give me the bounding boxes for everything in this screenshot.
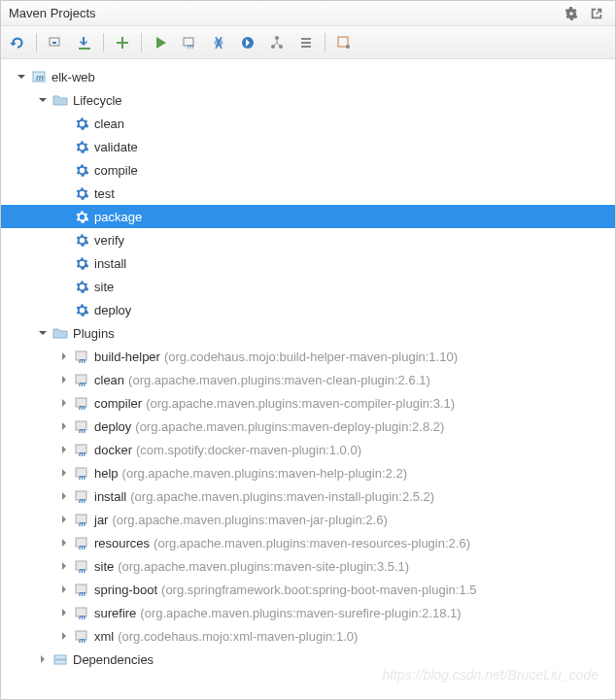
goal-label: install [94,256,126,271]
plugin-icon: m [73,487,90,505]
plugins-node[interactable]: Plugins [1,321,615,345]
plugin-label: deploy [94,419,131,434]
plugin-label: xml [94,629,114,644]
chevron-right-icon[interactable] [57,536,71,550]
plugin-build-helper[interactable]: mbuild-helper(org.codehaus.mojo:build-he… [1,345,615,368]
plugin-detail: (org.apache.maven.plugins:maven-clean-pl… [128,373,430,387]
chevron-right-icon[interactable] [57,629,71,643]
dependencies-label: Dependencies [73,652,154,667]
chevron-right-icon[interactable] [57,350,71,363]
module-icon: m [30,68,48,85]
offline-icon[interactable] [237,32,258,53]
lifecycle-goal-package[interactable]: package [1,205,615,228]
plugin-site[interactable]: msite(org.apache.maven.plugins:maven-sit… [1,554,615,578]
svg-text:m: m [79,589,86,597]
plugin-icon: m [73,557,90,575]
chevron-down-icon[interactable] [36,326,50,340]
gear-icon [73,184,90,202]
project-tree[interactable]: melk-webLifecyclecleanvalidatecompiletes… [1,59,615,699]
plugin-icon: m [73,627,90,645]
project-label: elk-web [51,70,95,84]
lifecycle-node[interactable]: Lifecycle [1,88,615,112]
plugin-label: help [94,466,119,481]
plugin-icon: m [73,534,90,551]
goal-label: test [94,186,115,201]
panel-header: Maven Projects [1,1,615,26]
plugin-detail: (com.spotify:docker-maven-plugin:1.0.0) [136,443,361,457]
plugin-icon: m [73,394,90,412]
plugin-deploy[interactable]: mdeploy(org.apache.maven.plugins:maven-d… [1,415,615,438]
dependency-graph-icon[interactable] [266,32,288,53]
plugin-icon: m [73,441,90,458]
run-config-icon[interactable]: m [179,32,200,53]
svg-text:m: m [36,73,44,83]
plugin-docker[interactable]: mdocker(com.spotify:docker-maven-plugin:… [1,438,615,461]
svg-text:m: m [79,403,86,411]
goal-label: clean [94,117,124,131]
settings-icon[interactable] [561,3,582,24]
lifecycle-goal-validate[interactable]: validate [1,135,615,158]
header-actions [561,3,607,24]
plugin-label: clean [94,373,124,387]
collapse-all-icon[interactable] [295,32,317,53]
svg-text:m: m [79,473,86,481]
chevron-right-icon[interactable] [57,583,71,596]
chevron-right-icon[interactable] [36,652,50,666]
plugin-jar[interactable]: mjar(org.apache.maven.plugins:maven-jar-… [1,508,615,531]
chevron-right-icon[interactable] [57,559,71,573]
folder-icon [51,91,69,109]
lifecycle-goal-clean[interactable]: clean [1,112,615,135]
skip-tests-icon[interactable] [208,32,229,53]
refresh-icon[interactable] [7,32,28,53]
lifecycle-goal-verify[interactable]: verify [1,228,615,251]
lifecycle-goal-test[interactable]: test [1,182,615,205]
chevron-right-icon[interactable] [57,513,71,526]
lifecycle-goal-site[interactable]: site [1,275,615,298]
plugin-spring-boot[interactable]: mspring-boot(org.springframework.boot:sp… [1,578,615,601]
lifecycle-goal-deploy[interactable]: deploy [1,298,615,321]
maven-settings-icon[interactable] [333,32,355,53]
svg-text:m: m [79,426,86,434]
minimize-icon[interactable] [586,3,607,24]
dependencies-node[interactable]: Dependencies [1,648,615,671]
lifecycle-goal-compile[interactable]: compile [1,158,615,182]
add-icon[interactable] [112,32,133,53]
plugin-surefire[interactable]: msurefire(org.apache.maven.plugins:maven… [1,601,615,624]
plugin-label: build-helper [94,350,160,364]
plugin-detail: (org.apache.maven.plugins:maven-install-… [130,489,434,504]
collapse-icon[interactable] [45,32,66,53]
chevron-down-icon[interactable] [15,70,28,83]
plugin-clean[interactable]: mclean(org.apache.maven.plugins:maven-cl… [1,368,615,391]
plugin-icon: m [73,511,90,528]
plugin-label: spring-boot [94,583,157,597]
plugin-xml[interactable]: mxml(org.codehaus.mojo:xml-maven-plugin:… [1,624,615,648]
chevron-right-icon[interactable] [57,606,71,619]
chevron-right-icon[interactable] [57,466,71,480]
toolbar: m [1,26,615,59]
gear-icon [73,138,90,155]
project-node[interactable]: melk-web [1,65,615,88]
plugin-resources[interactable]: mresources(org.apache.maven.plugins:mave… [1,531,615,554]
plugin-icon: m [73,348,90,365]
plugin-detail: (org.apache.maven.plugins:maven-resource… [154,536,470,550]
plugin-help[interactable]: mhelp(org.apache.maven.plugins:maven-hel… [1,461,615,484]
gear-icon [73,301,90,318]
chevron-down-icon[interactable] [36,93,50,107]
plugin-install[interactable]: minstall(org.apache.maven.plugins:maven-… [1,484,615,508]
chevron-right-icon[interactable] [57,419,71,433]
svg-point-4 [275,36,279,40]
plugin-compiler[interactable]: mcompiler(org.apache.maven.plugins:maven… [1,391,615,415]
svg-text:m: m [79,613,86,620]
download-icon[interactable] [74,32,95,53]
plugin-detail: (org.apache.maven.plugins:maven-site-plu… [118,559,409,574]
run-icon[interactable] [150,32,171,53]
chevron-right-icon[interactable] [57,443,71,456]
chevron-right-icon[interactable] [57,373,71,386]
plugin-label: resources [94,536,150,550]
chevron-right-icon[interactable] [57,396,71,410]
gear-icon [73,208,90,225]
svg-rect-37 [54,660,66,664]
chevron-right-icon[interactable] [57,489,71,503]
lifecycle-goal-install[interactable]: install [1,251,615,275]
svg-text:m: m [79,356,86,364]
